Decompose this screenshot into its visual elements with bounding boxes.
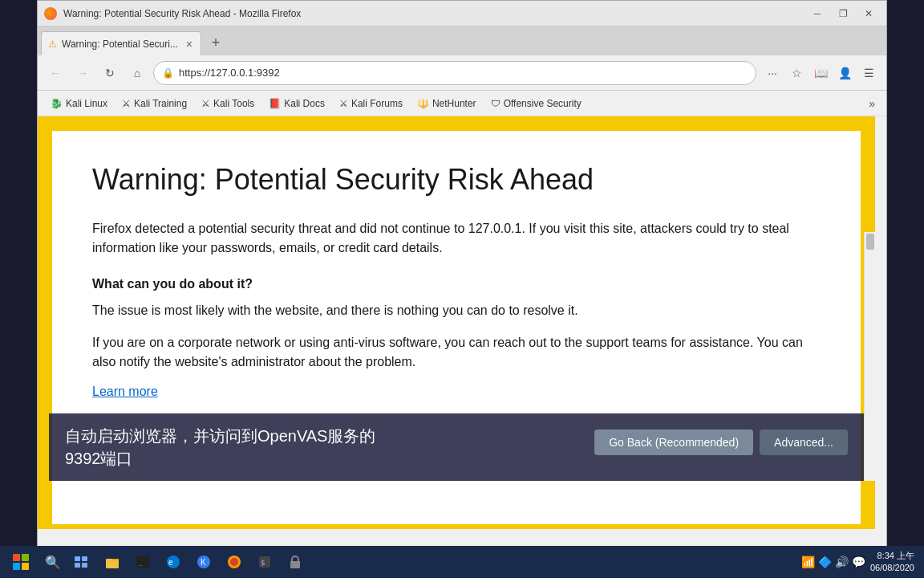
title-bar: Warning: Potential Security Risk Ahead -… [38,1,886,26]
bookmark-nethunter[interactable]: 🔱 NetHunter [411,96,483,112]
task-view-button[interactable] [67,547,96,576]
scrollbar[interactable] [864,232,875,481]
tab-label: Warning: Potential Securi... [62,39,178,50]
warning-body-text: Firefox detected a potential security th… [92,219,821,258]
pocket-button[interactable]: 📖 [809,62,832,84]
tab-warning-icon: ⚠ [48,39,57,50]
kali-training-icon: ⚔ [122,98,131,109]
taskbar-dragon[interactable]: K [189,547,218,576]
active-tab[interactable]: ⚠ Warning: Potential Securi... × [41,31,201,55]
bluetooth-tray-icon[interactable]: 🔷 [818,556,832,568]
browser-title: Warning: Potential Security Risk Ahead -… [63,8,301,19]
svg-text:$: $ [261,559,265,567]
title-controls: ─ ❐ ✕ [806,5,880,22]
learn-more-link[interactable]: Learn more [92,385,158,398]
bookmark-kali-tools-label: Kali Tools [213,98,254,109]
taskbar-edge[interactable]: e [159,547,188,576]
subtitle-line1: 自动启动浏览器，并访问到OpenVAS服务的 [65,425,375,447]
nav-bar: ← → ↻ ⌂ 🔒 https://127.0.0.1:9392 ··· ☆ 📖… [38,55,886,91]
start-button[interactable] [3,547,38,576]
back-button[interactable]: ← [44,62,67,84]
section-title: What can you do about it? [92,277,821,291]
taskbar-lock[interactable] [281,547,310,576]
close-button[interactable]: ✕ [857,5,880,22]
svg-point-12 [230,558,238,566]
bookmark-kali-linux-label: Kali Linux [66,98,107,109]
bookmark-button[interactable]: ☆ [785,62,808,84]
bookmark-offensive-security-label: Offensive Security [504,98,582,109]
nav-right-buttons: ··· ☆ 📖 👤 ☰ [761,62,880,84]
title-bar-left: Warning: Potential Security Risk Ahead -… [44,7,301,20]
forward-button[interactable]: → [71,62,94,84]
more-button[interactable]: ··· [761,62,784,84]
section-text-2: If you are on a corporate network or usi… [92,333,821,372]
page-action-buttons: Go Back (Recommended) Advanced... [594,429,848,455]
volume-tray-icon[interactable]: 🔊 [835,556,849,568]
bookmark-kali-training-label: Kali Training [134,98,187,109]
firefox-icon [44,7,57,20]
bookmark-kali-tools[interactable]: ⚔ Kali Tools [195,96,261,112]
network-tray-icon[interactable]: 📶 [801,556,815,568]
bookmark-kali-forums[interactable]: ⚔ Kali Forums [333,96,409,112]
subtitle-text-block: 自动启动浏览器，并访问到OpenVAS服务的 9392端口 [65,425,375,470]
nethunter-icon: 🔱 [417,98,429,109]
taskbar-shell[interactable]: $ [250,547,279,576]
new-tab-button[interactable]: + [205,31,227,54]
url-display: https://127.0.0.1:9392 [179,67,280,79]
bookmark-offensive-security[interactable]: 🛡 Offensive Security [484,96,588,112]
windows-logo-icon [13,554,29,570]
svg-rect-15 [290,561,300,568]
svg-text:e: e [168,558,173,567]
section-text-1: The issue is most likely with the websit… [92,301,821,320]
svg-rect-3 [82,563,87,568]
clock-time: 8:34 上午 [870,550,914,562]
reload-button[interactable]: ↻ [99,62,121,84]
advanced-button[interactable]: Advanced... [760,429,848,455]
menu-button[interactable]: ☰ [857,62,880,84]
svg-rect-0 [75,556,80,561]
bookmark-kali-forums-label: Kali Forums [351,98,403,109]
scrollbar-thumb[interactable] [866,234,874,250]
go-back-button[interactable]: Go Back (Recommended) [594,429,753,455]
home-button[interactable]: ⌂ [126,62,148,84]
browser-window: Warning: Potential Security Risk Ahead -… [37,0,887,578]
svg-text:K: K [201,558,206,567]
page-area: Warning: Potential Security Risk Ahead F… [38,116,875,529]
restore-button[interactable]: ❐ [832,5,854,22]
clock-date: 06/08/2020 [870,562,914,574]
system-clock[interactable]: 8:34 上午 06/08/2020 [870,550,914,575]
tab-bar: ⚠ Warning: Potential Securi... × + [38,26,886,55]
kali-docs-icon: 📕 [269,98,281,109]
tab-close-button[interactable]: × [184,38,194,51]
bookmark-nethunter-label: NetHunter [432,98,476,109]
bookmark-kali-docs-label: Kali Docs [284,98,325,109]
lock-icon: 🔒 [162,67,174,79]
taskbar-file-manager[interactable] [98,547,127,576]
taskbar-terminal[interactable]: _ [128,547,157,576]
bookmark-kali-docs[interactable]: 📕 Kali Docs [262,96,331,112]
taskbar: 🔍 _ e K [0,546,924,578]
bookmark-kali-training[interactable]: ⚔ Kali Training [116,96,193,112]
taskbar-firefox[interactable] [220,547,249,576]
notification-tray-icon[interactable]: 💬 [852,556,865,568]
kali-tools-icon: ⚔ [201,98,210,109]
svg-rect-1 [82,556,87,561]
svg-rect-2 [75,563,80,568]
offensive-security-icon: 🛡 [491,98,500,109]
bookmarks-bar: 🐉 Kali Linux ⚔ Kali Training ⚔ Kali Tool… [38,91,886,116]
kali-linux-icon: 🐉 [51,98,63,109]
address-bar[interactable]: 🔒 https://127.0.0.1:9392 [153,61,756,85]
taskbar-search[interactable]: 🔍 [40,549,66,575]
kali-forums-icon: ⚔ [339,98,348,109]
page-heading: Warning: Potential Security Risk Ahead [92,163,821,197]
taskbar-right: 📶 🔷 🔊 💬 8:34 上午 06/08/2020 [801,550,921,575]
system-tray: 📶 🔷 🔊 💬 [801,556,865,568]
svg-text:_: _ [139,559,143,566]
subtitle-overlay: 自动启动浏览器，并访问到OpenVAS服务的 9392端口 Go Back (R… [49,413,864,481]
bookmarks-more-button[interactable]: » [864,95,880,112]
account-button[interactable]: 👤 [833,62,856,84]
bookmark-kali-linux[interactable]: 🐉 Kali Linux [44,96,114,112]
subtitle-line2: 9392端口 [65,447,375,470]
minimize-button[interactable]: ─ [806,5,829,22]
